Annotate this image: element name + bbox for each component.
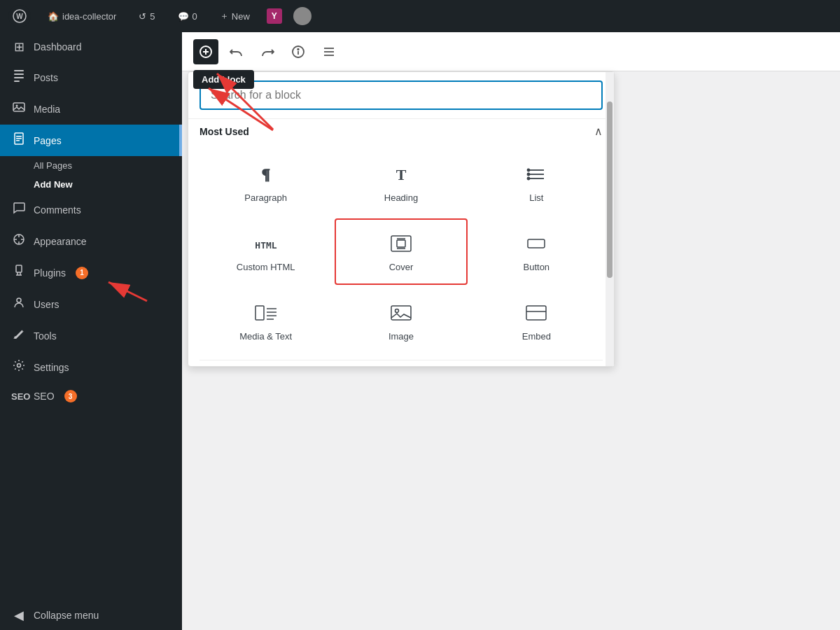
svg-rect-45 [391, 306, 411, 320]
block-item-list[interactable]: List [470, 149, 603, 216]
svg-rect-5 [14, 80, 20, 82]
svg-rect-13 [16, 265, 22, 272]
embed-icon [525, 300, 547, 326]
seo-icon: SEO [11, 391, 27, 402]
updates-icon: ↺ [139, 11, 146, 22]
svg-point-46 [395, 309, 398, 313]
svg-text:T: T [396, 166, 407, 183]
svg-point-32 [528, 174, 530, 176]
button-label: Button [524, 262, 550, 272]
sidebar-item-plugins[interactable]: Plugins 1 [0, 257, 182, 288]
admin-bar: W 🏠 idea-collector ↺ 5 💬 0 ＋ New Y [0, 0, 840, 32]
block-item-image[interactable]: Image [335, 288, 467, 354]
block-item-paragraph[interactable]: ¶ Paragraph [200, 149, 332, 216]
image-icon [390, 300, 412, 326]
block-inserter-panel: Most Used ∧ ¶ Paragraph [188, 71, 615, 367]
svg-rect-36 [397, 240, 405, 247]
sidebar-sub-add-new[interactable]: Add New [0, 175, 182, 194]
content-area: Add block [182, 32, 840, 630]
admin-bar-home[interactable]: 🏠 idea-collector [42, 8, 122, 24]
sidebar-item-appearance[interactable]: Appearance [0, 225, 182, 257]
plugins-icon [11, 264, 27, 281]
block-item-embed[interactable]: Embed [470, 288, 603, 354]
svg-point-22 [298, 48, 299, 50]
svg-point-15 [15, 337, 16, 338]
tools-icon [11, 327, 27, 344]
cover-label: Cover [389, 262, 414, 272]
svg-rect-9 [16, 136, 22, 137]
info-button[interactable] [286, 39, 311, 64]
pages-icon [11, 132, 27, 149]
list-icon [526, 162, 547, 187]
block-item-cover[interactable]: Cover [335, 218, 467, 285]
most-used-label: Most Used [200, 126, 249, 137]
sidebar-item-tools[interactable]: Tools [0, 320, 182, 351]
sidebar-label-seo: SEO [34, 391, 55, 402]
undo-button[interactable] [224, 39, 249, 64]
scrollbar-thumb[interactable] [607, 102, 612, 278]
dashboard-icon: ⊞ [11, 39, 27, 55]
sidebar-collapse[interactable]: ◀ Collapse menu [0, 601, 182, 630]
admin-bar-updates[interactable]: ↺ 5 [133, 8, 160, 24]
sidebar-item-seo[interactable]: SEO SEO 3 [0, 383, 182, 410]
svg-rect-40 [255, 306, 264, 320]
sidebar-item-users[interactable]: Users [0, 288, 182, 320]
sidebar-item-pages[interactable]: Pages [0, 125, 182, 156]
svg-point-14 [17, 298, 21, 302]
comments-icon: 💬 [178, 11, 189, 22]
blocks-grid: ¶ Paragraph T Heading [188, 144, 614, 360]
plus-icon: ＋ [220, 10, 229, 22]
sidebar-label-posts: Posts [34, 72, 58, 83]
editor-toolbar: Add block [182, 32, 840, 71]
block-item-heading[interactable]: T Heading [335, 149, 467, 216]
scrollbar-track[interactable] [606, 72, 614, 366]
svg-rect-39 [528, 239, 545, 248]
block-item-custom-html[interactable]: HTML Custom HTML [200, 218, 332, 285]
sidebar-label-plugins: Plugins [34, 267, 66, 279]
new-label: New [232, 11, 250, 22]
heading-label: Heading [384, 192, 418, 203]
wp-logo[interactable]: W [8, 5, 31, 27]
seo-badge: 3 [64, 390, 77, 402]
block-item-media-text[interactable]: Media & Text [200, 288, 332, 354]
heading-icon: T [391, 162, 412, 187]
posts-icon [11, 69, 27, 86]
most-used-section-header: Most Used ∧ [188, 118, 614, 144]
comments-count: 0 [192, 11, 197, 22]
sidebar-label-appearance: Appearance [34, 236, 87, 247]
svg-rect-6 [13, 103, 24, 111]
sidebar-sub-all-pages[interactable]: All Pages [0, 156, 182, 175]
admin-bar-comments[interactable]: 💬 0 [172, 8, 203, 24]
sidebar: ⊞ Dashboard Posts Media Pages All Pages … [0, 32, 182, 630]
yoast-icon[interactable]: Y [267, 8, 282, 24]
image-label: Image [388, 331, 414, 342]
redo-button[interactable] [255, 39, 280, 64]
sidebar-label-users: Users [34, 299, 59, 310]
add-block-button[interactable]: Add block [193, 39, 218, 64]
sidebar-label-media: Media [34, 104, 60, 115]
block-item-button[interactable]: Button [470, 218, 603, 285]
sidebar-collapse-label: Collapse menu [34, 610, 99, 621]
sidebar-item-dashboard[interactable]: ⊞ Dashboard [0, 32, 182, 62]
sidebar-item-media[interactable]: Media [0, 93, 182, 125]
svg-text:¶: ¶ [262, 165, 270, 183]
menu-button[interactable] [316, 39, 342, 64]
sidebar-item-posts[interactable]: Posts [0, 62, 182, 93]
media-icon [11, 100, 27, 118]
svg-point-16 [18, 364, 21, 368]
site-name: idea-collector [62, 11, 116, 22]
gravatar-icon[interactable] [293, 7, 312, 25]
admin-bar-new[interactable]: ＋ New [214, 7, 255, 25]
collapse-icon: ◀ [11, 608, 27, 623]
custom-html-icon: HTML [251, 231, 281, 256]
sidebar-item-settings[interactable]: Settings [0, 351, 182, 383]
plugins-badge: 1 [76, 267, 88, 279]
collapse-section-button[interactable]: ∧ [594, 125, 603, 138]
sidebar-label-tools: Tools [34, 330, 57, 342]
block-search-input[interactable] [200, 80, 603, 110]
sidebar-item-comments[interactable]: Comments [0, 194, 182, 225]
media-text-label: Media & Text [239, 331, 292, 342]
search-box-wrapper [188, 72, 614, 118]
users-icon [11, 295, 27, 313]
sidebar-label-dashboard: Dashboard [34, 41, 82, 52]
